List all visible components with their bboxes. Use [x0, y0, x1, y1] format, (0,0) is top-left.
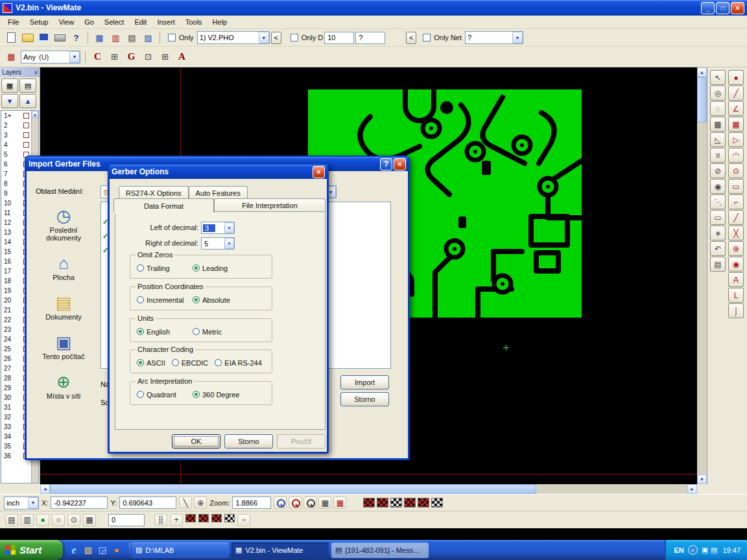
canvas-horizontal-scrollbar[interactable]: ◄ ► [40, 484, 697, 494]
menu-item[interactable]: Help [208, 16, 233, 28]
zoom-in-icon[interactable] [274, 496, 287, 509]
film-view-6-icon[interactable] [431, 498, 443, 508]
label-tool-icon[interactable]: L [728, 288, 744, 303]
close-button[interactable]: × [731, 2, 744, 14]
network-place[interactable]: ⊕ Místa v síti [32, 371, 95, 400]
close-button[interactable]: × [394, 158, 406, 170]
close-button[interactable]: × [313, 166, 325, 178]
radio-option-ebcdic[interactable]: EBCDIC [172, 359, 209, 367]
scroll-up-icon[interactable]: ▲ [697, 67, 707, 77]
cancel-button[interactable]: Storno [224, 434, 273, 449]
snap-grid-icon[interactable]: ⊡ [141, 50, 156, 64]
chevron-down-icon[interactable]: ▼ [512, 32, 523, 43]
slash-tool-icon[interactable]: ╱ [728, 210, 744, 225]
radio-option-ascii[interactable]: ASCII [137, 359, 165, 367]
help-button[interactable]: ? [380, 158, 392, 170]
my-computer-place[interactable]: ▣ Tento počítač [32, 332, 95, 360]
layer-row[interactable]: 4 [1, 140, 30, 150]
arc-tool-icon[interactable]: ◠ [728, 148, 744, 163]
layers-panel-header[interactable]: Layers × [0, 67, 40, 77]
star-tool-icon[interactable]: ⊛ [728, 241, 744, 256]
skeleton-mode-icon[interactable]: ⊘ [710, 163, 726, 178]
zoom-tool-icon[interactable]: ◎ [710, 86, 726, 100]
layer-row[interactable]: 1+ [1, 111, 30, 121]
scroll-down-icon[interactable]: ▼ [697, 474, 707, 484]
film-pattern-1-icon[interactable] [185, 514, 196, 522]
probe-dot-icon[interactable]: ⊙ [67, 514, 80, 526]
pad-tool-icon[interactable]: ● [728, 70, 744, 85]
query-tool-icon[interactable]: ◉ [728, 257, 744, 272]
menu-item[interactable]: Setup [25, 16, 54, 28]
layer-row[interactable]: 3 [1, 130, 30, 140]
film-pattern-2-icon[interactable] [198, 514, 209, 522]
start-button[interactable]: Start [0, 540, 63, 560]
net-query-combo[interactable]: ? ▼ [465, 31, 523, 44]
dcode-query-field[interactable]: ? [355, 32, 385, 44]
status-light-icon[interactable]: ● [36, 514, 49, 526]
grid-snap-icon[interactable]: ▦ [333, 496, 346, 509]
ok-button[interactable]: OK [172, 434, 220, 449]
dock-grid-icon[interactable]: ▦ [1, 78, 18, 93]
minimize-button[interactable]: _ [701, 2, 715, 14]
report-grid-icon[interactable]: ▨ [141, 30, 156, 45]
circle-tool-icon[interactable]: ⊙ [728, 163, 744, 178]
save-icon[interactable] [36, 30, 51, 45]
taskbar-task-button[interactable]: ▨ D:\MLAB [132, 542, 229, 558]
right-of-decimal-dropdown[interactable]: 5 ▼ [201, 237, 235, 250]
blank-film-icon[interactable]: ▫ [237, 514, 250, 526]
vertical-scroll-thumb[interactable] [697, 77, 707, 122]
only-dcode-checkbox[interactable] [290, 34, 298, 41]
menu-item[interactable]: View [53, 16, 79, 28]
film-view-3-icon[interactable] [390, 498, 402, 508]
dcode-table-icon[interactable]: ▦ [92, 30, 107, 45]
menu-item[interactable]: Insert [152, 16, 180, 28]
dot-matrix-icon[interactable]: ⣿ [154, 514, 167, 526]
rectangle-fill-tool-icon[interactable]: ▦ [728, 117, 744, 132]
only-layer-checkbox[interactable] [168, 34, 176, 41]
film-view-5-icon[interactable] [418, 498, 429, 508]
aperture-list-icon[interactable]: ▥ [108, 30, 123, 45]
menu-item[interactable]: Edit [129, 16, 152, 28]
cancel-button[interactable]: Storno [340, 392, 389, 406]
close-icon[interactable]: × [34, 69, 38, 76]
target-tool-icon[interactable]: ◉ [710, 179, 726, 194]
show-desktop-icon[interactable]: ◲ [97, 544, 108, 556]
crosshair-grid-icon[interactable]: ⊞ [158, 50, 172, 64]
layer-color-swatch[interactable] [23, 113, 29, 119]
layer-row[interactable]: 2 [1, 121, 30, 130]
ie-quicklaunch-icon[interactable]: e [68, 544, 80, 556]
chevron-down-icon[interactable]: ▼ [69, 51, 80, 63]
tab[interactable]: Auto Features [189, 186, 248, 199]
undo-view-icon[interactable]: ↶ [710, 241, 726, 256]
tab[interactable]: RS274-X Options [119, 186, 189, 199]
only-net-checkbox[interactable] [423, 34, 431, 41]
filled-mode-icon[interactable]: ▩ [710, 117, 726, 132]
pointer-tool-icon[interactable]: ↖ [710, 70, 726, 85]
outline-mode-icon[interactable]: ◺ [710, 132, 726, 147]
group-select-icon[interactable]: G [124, 50, 139, 64]
film-view-4-icon[interactable] [404, 498, 416, 508]
probe-empty-icon[interactable]: ○ [52, 514, 65, 526]
hide-icons-button[interactable]: « [688, 545, 698, 555]
rectangle-tool-icon[interactable]: ▭ [728, 179, 744, 194]
layer-stack-icon[interactable]: ≡ [710, 148, 726, 163]
import-button[interactable]: Import [340, 375, 389, 390]
layer-color-swatch[interactable] [23, 142, 29, 148]
selection-grid-icon[interactable]: ▦ [4, 50, 19, 64]
language-indicator[interactable]: EN [674, 546, 683, 554]
folder-quicklaunch-icon[interactable]: ▨ [82, 544, 94, 556]
film-box-icon[interactable]: ▤ [124, 30, 139, 45]
left-of-decimal-dropdown[interactable]: 3 ▼ [201, 222, 235, 234]
layer-color-swatch[interactable] [23, 122, 29, 128]
overlay-b-icon[interactable]: ▥ [21, 514, 34, 526]
radio-option-leading[interactable]: Leading [193, 264, 248, 272]
burst-tool-icon[interactable]: ∗ [710, 226, 726, 240]
grid-display-icon[interactable]: ▦ [318, 496, 331, 509]
measure-line-icon[interactable]: ╲ [179, 496, 192, 509]
film-pattern-4-icon[interactable] [224, 514, 235, 522]
anchor-cross-icon[interactable]: + [170, 514, 183, 526]
trace-tool-icon[interactable]: ╱ [728, 86, 744, 100]
dock-list-icon[interactable]: ▤ [19, 78, 36, 93]
tab-data-format[interactable]: Data Format [113, 198, 214, 213]
zoom-value-field[interactable]: 1.8866 [232, 496, 271, 509]
